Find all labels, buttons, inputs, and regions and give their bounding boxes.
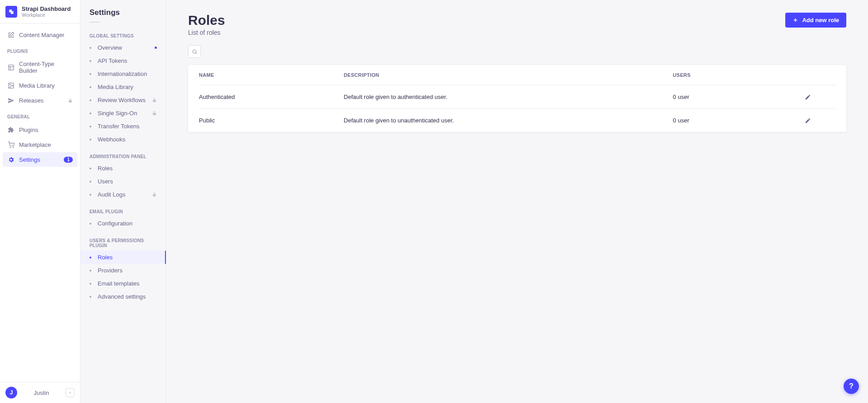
svg-rect-10: [153, 194, 156, 197]
nav-label: Settings: [19, 156, 59, 163]
settings-group-global: GLOBAL SETTINGS: [80, 25, 166, 41]
item-label: Media Library: [98, 84, 157, 90]
pencil-square-icon: [7, 31, 14, 38]
bullet-icon: [90, 223, 91, 225]
notification-badge: 1: [64, 157, 73, 163]
item-label: Providers: [98, 267, 157, 274]
item-label: Overview: [98, 44, 155, 51]
cell-name: Authenticated: [188, 85, 333, 108]
cell-users: 0 user: [662, 109, 793, 132]
settings-item-media-library[interactable]: Media Library: [80, 80, 166, 94]
help-button[interactable]: ?: [844, 379, 859, 394]
nav-content-manager[interactable]: Content Manager: [3, 28, 77, 42]
settings-item-internationalization[interactable]: Internationalization: [80, 67, 166, 80]
settings-item-webhooks[interactable]: Webhooks: [80, 133, 166, 146]
settings-item-sso[interactable]: Single Sign-On: [80, 107, 166, 120]
cell-name: Public: [188, 109, 333, 132]
nav-label: Marketplace: [19, 141, 73, 148]
nav-label: Releases: [19, 97, 63, 104]
nav-plugins[interactable]: Plugins: [3, 122, 77, 137]
nav-settings[interactable]: Settings 1: [3, 152, 77, 167]
item-label: Review Workflows: [98, 97, 152, 103]
settings-item-overview[interactable]: Overview: [80, 41, 166, 54]
bullet-icon: [90, 112, 91, 114]
svg-point-4: [9, 84, 10, 85]
plus-icon: [793, 17, 798, 23]
nav-label: Plugins: [19, 127, 73, 133]
settings-item-up-providers[interactable]: Providers: [80, 264, 166, 277]
item-label: Email templates: [98, 280, 157, 287]
lock-icon: [68, 98, 73, 103]
edit-icon[interactable]: [805, 117, 835, 124]
item-label: Roles: [98, 165, 157, 172]
table-row[interactable]: Authenticated Default role given to auth…: [188, 85, 846, 108]
bullet-icon: [90, 47, 91, 49]
settings-item-admin-roles[interactable]: Roles: [80, 162, 166, 175]
bullet-icon: [90, 126, 91, 127]
nav-content-type-builder[interactable]: Content-Type Builder: [3, 57, 77, 78]
cart-icon: [7, 141, 14, 148]
page-title: Roles: [188, 13, 225, 28]
bullet-icon: [90, 181, 91, 183]
svg-rect-8: [153, 100, 156, 102]
col-name: NAME: [188, 65, 333, 85]
settings-item-up-advanced[interactable]: Advanced settings: [80, 290, 166, 303]
collapse-sidebar-button[interactable]: [66, 388, 75, 397]
settings-item-audit-logs[interactable]: Audit Logs: [80, 188, 166, 201]
nav-section-plugins: PLUGINS: [3, 42, 77, 56]
svg-rect-5: [69, 100, 71, 103]
bullet-icon: [90, 99, 91, 101]
bullet-icon: [90, 270, 91, 272]
svg-line-14: [196, 53, 197, 54]
bullet-icon: [90, 194, 91, 196]
settings-item-admin-users[interactable]: Users: [80, 175, 166, 188]
sidebar-footer: J Justin: [0, 382, 80, 403]
add-role-button[interactable]: Add new role: [785, 13, 846, 28]
item-label: Roles: [98, 254, 157, 261]
nav-label: Content Manager: [19, 32, 73, 38]
brand-header[interactable]: Strapi Dashboard Workplace: [0, 0, 80, 23]
settings-group-email: EMAIL PLUGIN: [80, 201, 166, 217]
col-users: USERS: [662, 65, 793, 85]
user-name: Justin: [22, 389, 61, 396]
item-label: Internationalization: [98, 70, 157, 77]
nav-media-library[interactable]: Media Library: [3, 78, 77, 93]
main-sidebar: Strapi Dashboard Workplace Content Manag…: [0, 0, 80, 403]
nav-label: Media Library: [19, 82, 73, 89]
lock-icon: [152, 98, 157, 103]
settings-item-email-config[interactable]: Configuration: [80, 217, 166, 230]
item-label: Configuration: [98, 220, 157, 227]
button-label: Add new role: [802, 17, 839, 23]
nav-releases[interactable]: Releases: [3, 93, 77, 108]
settings-item-review-workflows[interactable]: Review Workflows: [80, 94, 166, 107]
lock-icon: [152, 111, 157, 116]
settings-panel-title: Settings: [80, 8, 166, 22]
user-avatar[interactable]: J: [5, 387, 17, 398]
settings-item-up-email-templates[interactable]: Email templates: [80, 277, 166, 290]
svg-rect-9: [153, 113, 156, 115]
title-divider: [90, 22, 100, 23]
layout-icon: [7, 64, 14, 71]
search-button[interactable]: [188, 45, 201, 58]
bullet-icon: [90, 60, 91, 62]
item-label: Single Sign-On: [98, 110, 152, 117]
nav-label: Content-Type Builder: [19, 61, 73, 74]
settings-item-api-tokens[interactable]: API Tokens: [80, 54, 166, 67]
bullet-icon: [90, 168, 91, 169]
settings-group-up: USERS & PERMISSIONS PLUGIN: [80, 230, 166, 251]
nav-marketplace[interactable]: Marketplace: [3, 137, 77, 152]
svg-point-13: [193, 50, 196, 53]
roles-table: NAME DESCRIPTION USERS Authenticated Def…: [188, 65, 846, 132]
settings-item-transfer-tokens[interactable]: Transfer Tokens: [80, 120, 166, 133]
paper-plane-icon: [7, 97, 14, 104]
item-label: Webhooks: [98, 136, 157, 143]
cell-description: Default role given to authenticated user…: [333, 85, 662, 108]
settings-item-up-roles[interactable]: Roles: [80, 251, 166, 264]
page-subtitle: List of roles: [188, 29, 225, 36]
cell-users: 0 user: [662, 85, 793, 108]
item-label: Audit Logs: [98, 191, 152, 198]
bullet-icon: [90, 257, 91, 258]
edit-icon[interactable]: [805, 94, 835, 100]
table-row[interactable]: Public Default role given to unauthentic…: [188, 109, 846, 132]
svg-rect-0: [8, 65, 13, 70]
